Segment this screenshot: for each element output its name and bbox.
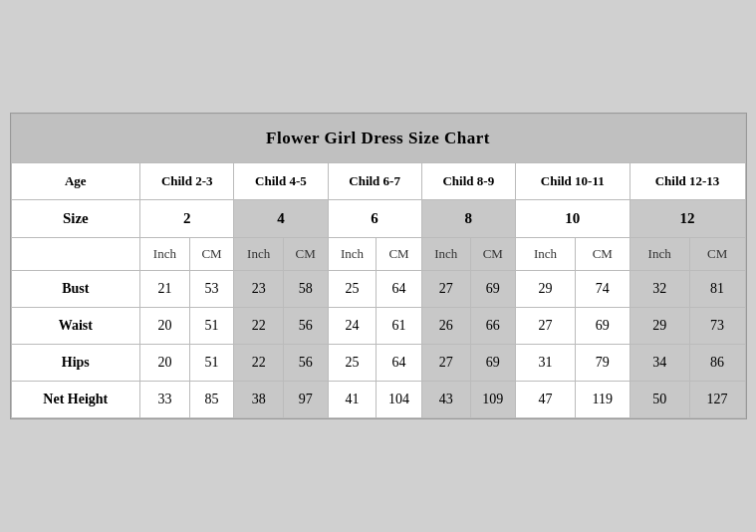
size-10: 10	[515, 200, 630, 238]
cm-header-4: CM	[470, 238, 515, 271]
bust-21: 21	[140, 271, 190, 308]
age-child-4-5: Child 4-5	[234, 163, 328, 200]
nh-33: 33	[140, 382, 190, 418]
size-6: 6	[328, 200, 421, 238]
waist-24: 24	[328, 308, 377, 345]
size-4: 4	[234, 200, 328, 238]
age-label: Age	[11, 163, 140, 200]
nh-97: 97	[283, 382, 328, 418]
bust-25: 25	[328, 271, 377, 308]
size-8: 8	[421, 200, 515, 238]
nh-127: 127	[689, 382, 745, 418]
hips-27: 27	[421, 345, 470, 382]
waist-66: 66	[470, 308, 515, 345]
hips-86: 86	[689, 345, 745, 382]
waist-27: 27	[515, 308, 575, 345]
waist-22: 22	[234, 308, 284, 345]
waist-20: 20	[140, 308, 190, 345]
hips-64: 64	[377, 345, 421, 382]
hips-56: 56	[283, 345, 328, 382]
nh-41: 41	[328, 382, 377, 418]
nh-85: 85	[189, 382, 234, 418]
title-row: Flower Girl Dress Size Chart	[11, 115, 745, 163]
inch-cm-row: Inch CM Inch CM Inch CM Inch CM Inch CM …	[11, 238, 745, 271]
size-label: Size	[11, 200, 140, 238]
netheight-label: Net Height	[11, 382, 140, 418]
cm-header-3: CM	[377, 238, 421, 271]
bust-29: 29	[515, 271, 575, 308]
waist-row: Waist 20 51 22 56 24 61 26 66 27 69 29 7…	[11, 308, 745, 345]
bust-53: 53	[189, 271, 234, 308]
hips-25: 25	[328, 345, 377, 382]
size-row: Size 2 4 6 8 10 12	[11, 200, 745, 238]
hips-34: 34	[630, 345, 689, 382]
size-2: 2	[140, 200, 234, 238]
netheight-row: Net Height 33 85 38 97 41 104 43 109 47 …	[11, 382, 745, 418]
waist-73: 73	[689, 308, 745, 345]
age-child-12-13: Child 12-13	[630, 163, 745, 200]
hips-row: Hips 20 51 22 56 25 64 27 69 31 79 34 86	[11, 345, 745, 382]
age-child-2-3: Child 2-3	[140, 163, 234, 200]
waist-69: 69	[576, 308, 630, 345]
cm-header-2: CM	[283, 238, 328, 271]
hips-31: 31	[515, 345, 575, 382]
hips-79: 79	[576, 345, 630, 382]
hips-label: Hips	[11, 345, 140, 382]
size-12: 12	[630, 200, 745, 238]
inch-header-3: Inch	[328, 238, 377, 271]
waist-61: 61	[377, 308, 421, 345]
age-child-10-11: Child 10-11	[515, 163, 630, 200]
nh-38: 38	[234, 382, 284, 418]
inch-header-4: Inch	[421, 238, 470, 271]
cm-header-5: CM	[576, 238, 630, 271]
size-chart-table: Flower Girl Dress Size Chart Age Child 2…	[11, 114, 746, 418]
bust-23: 23	[234, 271, 284, 308]
waist-29: 29	[630, 308, 689, 345]
waist-51: 51	[189, 308, 234, 345]
bust-74: 74	[576, 271, 630, 308]
bust-label: Bust	[11, 271, 140, 308]
nh-109: 109	[470, 382, 515, 418]
inch-header-6: Inch	[630, 238, 689, 271]
hips-20: 20	[140, 345, 190, 382]
bust-58: 58	[283, 271, 328, 308]
inch-header-5: Inch	[515, 238, 575, 271]
bust-row: Bust 21 53 23 58 25 64 27 69 29 74 32 81	[11, 271, 745, 308]
inch-header-1: Inch	[140, 238, 190, 271]
waist-26: 26	[421, 308, 470, 345]
hips-69: 69	[470, 345, 515, 382]
age-child-6-7: Child 6-7	[328, 163, 421, 200]
nh-119: 119	[576, 382, 630, 418]
hips-22: 22	[234, 345, 284, 382]
nh-43: 43	[421, 382, 470, 418]
bust-69: 69	[470, 271, 515, 308]
cm-header-6: CM	[689, 238, 745, 271]
bust-64: 64	[377, 271, 421, 308]
bust-27: 27	[421, 271, 470, 308]
waist-56: 56	[283, 308, 328, 345]
age-row: Age Child 2-3 Child 4-5 Child 6-7 Child …	[11, 163, 745, 200]
bust-32: 32	[630, 271, 689, 308]
size-chart-wrapper: Flower Girl Dress Size Chart Age Child 2…	[10, 113, 747, 419]
bust-81: 81	[689, 271, 745, 308]
cm-header-1: CM	[189, 238, 234, 271]
chart-title: Flower Girl Dress Size Chart	[11, 115, 745, 163]
inch-header-2: Inch	[234, 238, 284, 271]
hips-51: 51	[189, 345, 234, 382]
nh-50: 50	[630, 382, 689, 418]
age-child-8-9: Child 8-9	[421, 163, 515, 200]
waist-label: Waist	[11, 308, 140, 345]
nh-104: 104	[377, 382, 421, 418]
nh-47: 47	[515, 382, 575, 418]
empty-header	[11, 238, 140, 271]
